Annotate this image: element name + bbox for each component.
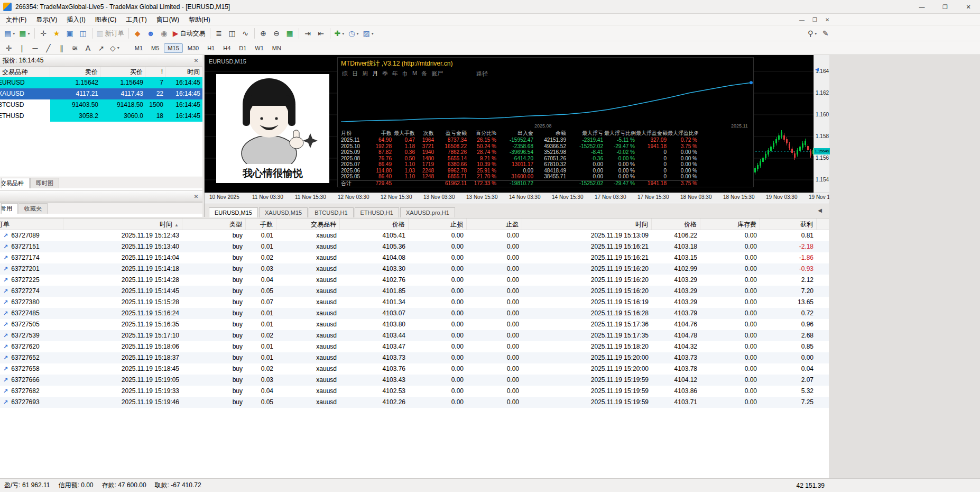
chart-restore-button[interactable]: ❐ — [812, 17, 817, 23]
market-watch-tab-1[interactable]: 交易品种 — [1, 178, 30, 188]
order-row-63727539[interactable]: ↗637275392025.11.19 15:17:10buy0.02xauus… — [0, 330, 829, 341]
mtdriver-tab-1[interactable]: 综 — [342, 70, 348, 78]
mtdriver-tab-8[interactable]: M — [412, 70, 417, 78]
mtdriver-tab-10[interactable]: 账尸 — [431, 70, 443, 78]
new-chart-button[interactable]: ▤▾ — [3, 27, 16, 40]
minimize-button[interactable]: — — [910, 0, 933, 14]
mtdriver-tab-5[interactable]: 季 — [382, 70, 388, 78]
order-row-63727174[interactable]: ↗637271742025.11.19 15:14:04buy0.02xauus… — [0, 252, 829, 263]
order-row-63727225[interactable]: ↗637272252025.11.19 15:14:28buy0.04xauus… — [0, 275, 829, 286]
timeframe-m30-button[interactable]: M30 — [184, 43, 202, 53]
chart-tab-3[interactable]: BTCUSD,H1 — [309, 207, 353, 217]
orders-column-11[interactable]: 库存费 — [700, 218, 760, 230]
order-row-63727380[interactable]: ↗637273802025.11.19 15:15:28buy0.07xauus… — [0, 297, 829, 308]
orders-column-7[interactable]: 止损 — [409, 218, 467, 230]
autotrading-button[interactable]: ▶自动交易 — [171, 27, 207, 40]
close-button[interactable]: ✕ — [957, 0, 980, 14]
timeframe-m1-button[interactable]: M1 — [131, 43, 146, 53]
menu-item-3[interactable]: 插入(I) — [62, 15, 90, 24]
chart-tab-2[interactable]: XAUUSD,M15 — [259, 207, 308, 217]
menu-item-7[interactable]: 帮助(H) — [184, 15, 215, 24]
crosshair-button[interactable]: ✛ — [3, 42, 15, 54]
market-watch-row-ethusd[interactable]: ETHUSD3058.23060.01816:14:45 — [0, 111, 202, 122]
restore-button[interactable]: ❐ — [933, 0, 957, 14]
text-label-button[interactable]: A — [82, 42, 94, 54]
chart-plot-area[interactable]: EURUSD,M15 我心情很愉 — [205, 55, 813, 193]
tab-scroll-left-icon[interactable]: ◀ — [818, 207, 822, 213]
favorites-button[interactable]: ★ — [51, 27, 63, 40]
order-row-63727485[interactable]: ↗637274852025.11.19 15:16:24buy0.01xauus… — [0, 308, 829, 319]
mtdriver-tab-7[interactable]: 巾 — [402, 70, 408, 78]
line-chart-mode-button[interactable]: ∿ — [239, 27, 252, 40]
market-button[interactable]: ◉ — [158, 27, 170, 40]
market-watch-tab-2[interactable]: 即时图 — [30, 178, 59, 188]
zoom-out-button[interactable]: ⊖ — [271, 27, 283, 40]
profiles-button[interactable]: ▦▾ — [17, 27, 31, 40]
orders-column-8[interactable]: 止盈 — [467, 218, 522, 230]
order-row-63727505[interactable]: ↗637275052025.11.19 15:16:35buy0.01xauus… — [0, 319, 829, 330]
mtdriver-tab-3[interactable]: 周 — [362, 70, 368, 78]
zoom-in-button[interactable]: ⊕ — [257, 27, 270, 40]
order-row-63727652[interactable]: ↗637276522025.11.19 15:18:37buy0.01xauus… — [0, 352, 829, 363]
search-button[interactable]: ⚲▾ — [806, 27, 818, 40]
trendline-button[interactable]: ╱ — [42, 42, 54, 54]
timeframe-m15-button[interactable]: M15 — [164, 43, 182, 53]
mql5-community-button[interactable]: ☻ — [145, 27, 157, 40]
navigator-tab-2[interactable]: 收藏夹 — [19, 203, 48, 214]
orders-column-4[interactable]: 手数 — [246, 218, 276, 230]
menu-item-1[interactable]: 文件(F) — [1, 15, 31, 24]
timeframe-m5-button[interactable]: M5 — [147, 43, 163, 53]
bar-chart-mode-button[interactable]: ≣ — [213, 27, 225, 40]
data-window-button[interactable]: ▣ — [64, 27, 76, 40]
order-row-63727666[interactable]: ↗637276662025.11.19 15:19:05buy0.03xauus… — [0, 375, 829, 386]
order-row-63727274[interactable]: ↗637272742025.11.19 15:14:45buy0.05xauus… — [0, 286, 829, 297]
chart-tab-5[interactable]: XAUUSD.pro,H1 — [400, 207, 455, 217]
auto-scroll-button[interactable]: ⇥ — [302, 27, 314, 40]
orders-column-9[interactable]: 时间 — [522, 218, 652, 230]
order-row-63727693[interactable]: ↗637276932025.11.19 15:19:46buy0.05xauus… — [0, 397, 829, 408]
mtdriver-tab-2[interactable]: 日 — [352, 70, 358, 78]
orders-column-6[interactable]: 价格 — [340, 218, 409, 230]
mtdriver-tab-4[interactable]: 月 — [372, 70, 378, 78]
menu-item-6[interactable]: 窗口(W) — [152, 15, 184, 24]
order-row-63727682[interactable]: ↗637276822025.11.19 15:19:33buy0.04xauus… — [0, 386, 829, 397]
vertical-line-button[interactable]: ❘ — [16, 42, 28, 54]
market-watch-row-xauusd[interactable]: XAUUSD4117.214117.432216:14:45 — [0, 88, 202, 99]
time-axis[interactable]: 10 Nov 202511 Nov 03:3011 Nov 15:3012 No… — [205, 193, 829, 202]
order-row-63727201[interactable]: ↗637272012025.11.19 15:14:18buy0.03xauus… — [0, 263, 829, 275]
market-watch-row-eurusd[interactable]: EURUSD1.156421.15649716:14:45 — [0, 77, 202, 88]
compose-button[interactable]: ✎ — [819, 27, 831, 40]
timeframe-mn-button[interactable]: MN — [269, 43, 285, 53]
timeframe-h1-button[interactable]: H1 — [204, 43, 218, 53]
menu-item-2[interactable]: 显示(V) — [31, 15, 62, 24]
order-row-63727089[interactable]: ↗637270892025.11.19 15:12:43buy0.01xauus… — [0, 230, 829, 241]
market-watch-button[interactable]: ✛ — [38, 27, 50, 40]
indicators-button[interactable]: ✚▾ — [333, 27, 346, 40]
equidistant-channel-button[interactable]: ∥ — [56, 42, 68, 54]
templates-button[interactable]: ▨▾ — [362, 27, 375, 40]
orders-column-2[interactable]: 时间▲ — [63, 218, 182, 230]
fibonacci-retracement-button[interactable]: ≋ — [69, 42, 81, 54]
order-row-63727620[interactable]: ↗637276202025.11.19 15:18:06buy0.01xauus… — [0, 341, 829, 352]
price-axis[interactable]: 1.1641.1621.1601.1581.1561.1541.15649◀ — [813, 55, 829, 202]
periods-button[interactable]: ◷▾ — [347, 27, 360, 40]
market-watch-row-btcusd[interactable]: BTCUSD91403.5091418.50150016:14:45 — [0, 99, 202, 111]
timeframe-d1-button[interactable]: D1 — [235, 43, 250, 53]
timeframe-w1-button[interactable]: W1 — [251, 43, 267, 53]
orders-column-3[interactable]: 类型 — [182, 218, 246, 230]
mtdriver-path-label[interactable]: 路径 — [476, 70, 488, 78]
market-watch-column-1[interactable]: 交易品种 — [0, 67, 50, 77]
menu-item-5[interactable]: 工具(T) — [121, 15, 151, 24]
candle-chart-mode-button[interactable]: ◫ — [226, 27, 238, 40]
market-watch-column-5[interactable]: 时间 — [165, 67, 202, 77]
mtdriver-tab-9[interactable]: 备 — [421, 70, 427, 78]
menu-item-4[interactable]: 图表(C) — [90, 15, 122, 24]
order-row-63727658[interactable]: ↗637276582025.11.19 15:18:45buy0.02xauus… — [0, 363, 829, 375]
horizontal-line-button[interactable]: ─ — [29, 42, 41, 54]
close-icon[interactable]: ✕ — [192, 193, 200, 201]
chart-minimize-button[interactable]: — — [799, 17, 805, 23]
tile-windows-button[interactable]: ▦ — [284, 27, 296, 40]
market-watch-column-2[interactable]: 卖价 — [50, 67, 100, 77]
chart-close-button[interactable]: ✕ — [825, 17, 829, 23]
orders-column-5[interactable]: 交易品种 — [276, 218, 340, 230]
